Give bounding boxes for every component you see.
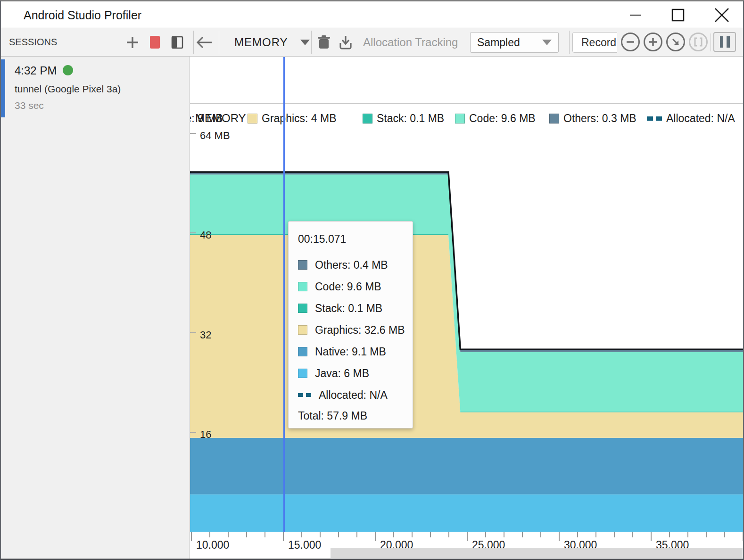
area-java: [190, 494, 743, 532]
tooltip-label: Code: 9.6 MB: [315, 280, 381, 293]
tooltip-label: Allocated: N/A: [319, 389, 388, 402]
x-tick-label: 15.000: [288, 539, 321, 552]
y-tick-label: 64 MB: [200, 130, 230, 142]
tooltip-swatch: [298, 369, 307, 378]
x-tick-mark: [356, 532, 357, 537]
collapse-panel-icon: [171, 36, 183, 49]
window-title: Android Studio Profiler: [24, 8, 141, 22]
x-tick-mark: [669, 532, 670, 537]
x-tick-mark: [595, 532, 596, 537]
pause-icon: [720, 36, 723, 48]
area-native: [190, 438, 743, 494]
tooltip-row: Code: 9.6 MB: [298, 276, 413, 297]
y-tick-mark: [190, 232, 196, 233]
x-tick-label: 10.000: [196, 539, 229, 552]
export-heap-dump-icon: [339, 35, 353, 49]
tooltip-row: Java: 6 MB: [298, 362, 413, 384]
y-tick-mark: [190, 133, 196, 134]
x-tick-mark: [687, 532, 688, 537]
zoom-out-button[interactable]: [621, 33, 640, 51]
reset-zoom-icon: [670, 37, 681, 47]
tooltip-row: Allocated: N/A: [298, 384, 413, 406]
pause-live-button[interactable]: [713, 32, 736, 52]
reset-zoom-button[interactable]: [666, 33, 685, 51]
tooltip-label: Stack: 0.1 MB: [315, 302, 382, 315]
chart-tooltip: 00:15.071 Others: 0.4 MBCode: 9.6 MBStac…: [288, 221, 413, 428]
zoom-to-selection-button[interactable]: [689, 33, 708, 51]
sampling-mode-value: Sampled: [477, 36, 520, 49]
tooltip-swatch: [298, 393, 311, 397]
tooltip-label: Java: 6 MB: [315, 367, 369, 380]
add-session-button[interactable]: [124, 28, 141, 57]
x-tick-mark: [577, 532, 578, 537]
tooltip-row: Stack: 0.1 MB: [298, 297, 413, 319]
y-tick-mark: [190, 332, 196, 333]
gc-trash-button[interactable]: [315, 28, 333, 57]
event-timeline-strip[interactable]: [190, 57, 743, 104]
x-tick-mark: [412, 532, 413, 537]
y-tick-label: 32: [200, 329, 211, 341]
chevron-down-icon: [300, 40, 310, 45]
zoom-in-button[interactable]: [644, 33, 662, 51]
session-duration: 33 sec: [15, 100, 44, 111]
tooltip-swatch: [298, 347, 307, 356]
x-tick-mark: [614, 532, 615, 537]
allocation-tracking-label: Allocation Tracking: [363, 28, 458, 57]
close-button[interactable]: [704, 1, 737, 27]
zoom-controls: [617, 28, 744, 56]
chart-stage-label: MEMORY: [195, 111, 246, 125]
tooltip-row: Others: 0.4 MB: [298, 254, 413, 276]
session-selected-indicator: [1, 59, 5, 117]
x-tick-mark: [228, 532, 229, 537]
chevron-down-icon: [542, 40, 552, 45]
x-tick-mark: [338, 532, 339, 537]
x-tick-mark: [522, 532, 523, 537]
x-tick-mark: [632, 532, 633, 537]
x-tick-mark: [246, 532, 247, 537]
toggle-sessions-panel-button[interactable]: [170, 28, 184, 57]
memory-area-chart[interactable]: [190, 104, 743, 532]
stage-selector-dropdown[interactable]: MEMORY: [234, 28, 310, 57]
x-tick-mark: [430, 532, 431, 537]
x-tick-mark: [191, 532, 192, 541]
tooltip-row: Graphics: 32.6 MB: [298, 319, 413, 341]
profiler-window: Android Studio Profiler SESSIONS MEMORY: [0, 0, 744, 560]
x-tick-mark: [504, 532, 504, 537]
x-tick-mark: [283, 532, 284, 541]
tooltip-swatch: [298, 282, 307, 291]
tooltip-label: Graphics: 32.6 MB: [315, 324, 405, 337]
x-tick-mark: [375, 532, 376, 541]
trash-icon: [317, 35, 331, 49]
x-tick-mark: [706, 532, 707, 537]
back-button[interactable]: [193, 28, 216, 57]
maximize-button[interactable]: [661, 1, 694, 27]
selection-time-line[interactable]: [283, 57, 285, 532]
frame-selection-icon: [693, 37, 703, 47]
sessions-header-label: SESSIONS: [9, 37, 57, 48]
x-tick-mark: [320, 532, 321, 537]
memory-chart-panel[interactable]: Native: 9 MBGraphics: 4 MBStack: 0.1 MBC…: [190, 57, 743, 559]
stage-selector-label: MEMORY: [234, 36, 288, 49]
y-tick-label: 48: [200, 229, 211, 241]
y-tick-mark: [190, 432, 196, 433]
tooltip-row: Native: 9.1 MB: [298, 341, 413, 362]
x-tick-mark: [540, 532, 541, 537]
x-tick-mark: [485, 532, 486, 537]
maximize-icon: [672, 9, 684, 21]
sampling-mode-dropdown[interactable]: Sampled: [470, 32, 559, 53]
heap-dump-button[interactable]: [337, 28, 355, 57]
x-tick-mark: [743, 532, 743, 541]
record-button[interactable]: Record: [572, 32, 624, 53]
title-bar: Android Studio Profiler: [1, 1, 743, 27]
horizontal-scrollbar-thumb[interactable]: [331, 548, 743, 558]
tooltip-swatch: [298, 304, 307, 313]
stop-session-button[interactable]: [148, 28, 161, 57]
x-tick-mark: [651, 532, 652, 541]
x-tick-mark: [301, 532, 302, 537]
stop-icon: [150, 36, 160, 49]
toolbar: SESSIONS MEMORY Allocation Tracking Samp…: [1, 28, 743, 57]
minimize-button[interactable]: [619, 1, 652, 27]
sessions-panel: 4:32 PM tunnel (Google Pixel 3a) 33 sec: [1, 57, 190, 559]
tooltip-label: Others: 0.4 MB: [315, 259, 388, 272]
tooltip-time: 00:15.071: [298, 233, 413, 246]
